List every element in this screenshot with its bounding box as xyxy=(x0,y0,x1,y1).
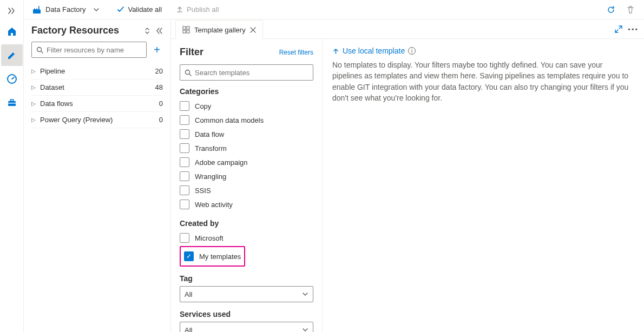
nav-home[interactable] xyxy=(1,21,23,42)
filter-panel: Filter Reset filters Categories CopyComm… xyxy=(171,39,323,332)
chevron-right-icon: ▷ xyxy=(31,101,36,107)
validate-all-label: Validate all xyxy=(128,5,162,14)
resource-group[interactable]: ▷Dataset48 xyxy=(31,79,163,96)
svg-point-6 xyxy=(37,47,42,51)
use-local-template-link[interactable]: Use local template i xyxy=(332,47,634,55)
category-checkbox[interactable]: Web activity xyxy=(180,197,313,211)
tab-template-gallery[interactable]: Template gallery xyxy=(175,20,263,39)
resource-group-count: 20 xyxy=(155,67,163,75)
validate-all-button[interactable]: Validate all xyxy=(111,3,167,16)
resources-panel: Factory Resources + xyxy=(24,19,171,332)
workspace-name: Data Factory xyxy=(45,5,86,14)
category-checkbox[interactable]: SSIS xyxy=(180,183,313,197)
publish-all-button[interactable]: Publish all xyxy=(170,3,224,16)
resource-group-label: Data flows xyxy=(40,99,73,108)
category-label: SSIS xyxy=(195,187,211,195)
trash-icon xyxy=(626,5,635,14)
checkbox-icon xyxy=(180,129,189,139)
services-value: All xyxy=(185,326,192,333)
svg-rect-7 xyxy=(183,26,186,29)
svg-rect-5 xyxy=(38,6,40,9)
chevron-right-icon: ▷ xyxy=(31,117,36,123)
category-label: Copy xyxy=(195,102,211,110)
checkbox-icon xyxy=(180,200,189,209)
category-label: Common data models xyxy=(195,116,264,124)
category-checkbox[interactable]: Data flow xyxy=(180,127,313,141)
category-label: Web activity xyxy=(195,201,233,209)
tag-select[interactable]: All xyxy=(180,286,313,302)
chevron-down-icon xyxy=(93,6,100,13)
use-local-template-label: Use local template xyxy=(343,47,405,55)
resource-group[interactable]: ▷Data flows0 xyxy=(31,96,163,112)
svg-point-11 xyxy=(186,70,190,74)
expand-rail-button[interactable] xyxy=(1,3,23,18)
tab-label: Template gallery xyxy=(194,26,246,34)
nav-author[interactable] xyxy=(1,44,23,66)
toolbox-icon xyxy=(6,97,17,108)
svg-rect-8 xyxy=(187,26,189,29)
gauge-icon xyxy=(6,74,17,84)
category-checkbox[interactable]: Adobe campaign xyxy=(180,155,313,169)
resource-group[interactable]: ▷Power Query (Preview)0 xyxy=(31,112,163,128)
tab-close-button[interactable] xyxy=(250,27,256,33)
fullscreen-button[interactable] xyxy=(615,25,622,33)
template-search-input[interactable] xyxy=(195,69,308,77)
discard-button[interactable] xyxy=(622,2,639,18)
chevron-down-icon xyxy=(302,291,308,297)
add-resource-button[interactable]: + xyxy=(151,44,163,56)
services-select[interactable]: All xyxy=(180,322,313,332)
search-icon xyxy=(36,47,43,54)
services-label: Services used xyxy=(180,310,313,318)
chevron-left-double-icon xyxy=(155,27,163,35)
resources-pin-toggle[interactable] xyxy=(155,27,163,35)
resources-title: Factory Resources xyxy=(31,25,119,36)
svg-rect-9 xyxy=(183,30,186,33)
nav-manage[interactable] xyxy=(1,92,23,114)
top-toolbar: Data Factory Validate all Publish all xyxy=(24,0,644,19)
refresh-icon xyxy=(607,5,615,14)
resource-group-count: 0 xyxy=(159,116,163,124)
checkbox-icon: ✓ xyxy=(184,251,194,261)
upload-arrow-icon xyxy=(332,48,339,55)
category-checkbox[interactable]: Copy xyxy=(180,99,313,113)
resources-filter-box[interactable] xyxy=(31,42,147,58)
category-checkbox[interactable]: Common data models xyxy=(180,113,313,127)
tab-strip: Template gallery ••• xyxy=(171,19,644,39)
created-by-label: Microsoft xyxy=(195,234,224,242)
chevron-updown-icon xyxy=(143,27,151,35)
nav-monitor[interactable] xyxy=(1,68,23,90)
created-by-label: Created by xyxy=(180,219,313,228)
created-by-checkbox[interactable]: ✓My templates xyxy=(184,249,241,263)
resource-group-label: Power Query (Preview) xyxy=(40,116,113,124)
svg-rect-3 xyxy=(8,103,16,104)
category-checkbox[interactable]: Wrangling xyxy=(180,169,313,183)
checkmark-icon xyxy=(117,6,124,14)
empty-state-message: No templates to display. Your filters ma… xyxy=(332,59,634,103)
info-icon[interactable]: i xyxy=(408,47,416,55)
gallery-icon xyxy=(182,26,190,34)
pencil-icon xyxy=(6,50,17,61)
expand-icon xyxy=(615,25,622,33)
created-by-checkbox[interactable]: Microsoft xyxy=(180,231,313,245)
publish-all-label: Publish all xyxy=(187,5,219,14)
upload-icon xyxy=(176,6,183,14)
resources-filter-input[interactable] xyxy=(47,46,142,54)
checkbox-icon xyxy=(180,233,189,243)
refresh-button[interactable] xyxy=(603,2,619,18)
checkbox-icon xyxy=(180,143,189,153)
categories-label: Categories xyxy=(180,87,313,96)
resource-group[interactable]: ▷Pipeline20 xyxy=(31,63,163,79)
tag-value: All xyxy=(185,290,192,298)
reset-filters-link[interactable]: Reset filters xyxy=(279,49,313,56)
template-results-pane: Use local template i No templates to dis… xyxy=(323,39,644,332)
resources-collapse-toggle[interactable] xyxy=(143,27,151,35)
chevron-right-icon: ▷ xyxy=(31,68,36,74)
tab-overflow-button[interactable]: ••• xyxy=(628,25,639,34)
category-checkbox[interactable]: Transform xyxy=(180,141,313,155)
resource-group-count: 0 xyxy=(159,99,163,108)
search-icon xyxy=(185,69,192,76)
template-search-box[interactable] xyxy=(180,64,313,81)
category-label: Adobe campaign xyxy=(195,158,248,167)
home-icon xyxy=(6,26,17,37)
workspace-switcher[interactable]: Data Factory xyxy=(29,5,108,14)
